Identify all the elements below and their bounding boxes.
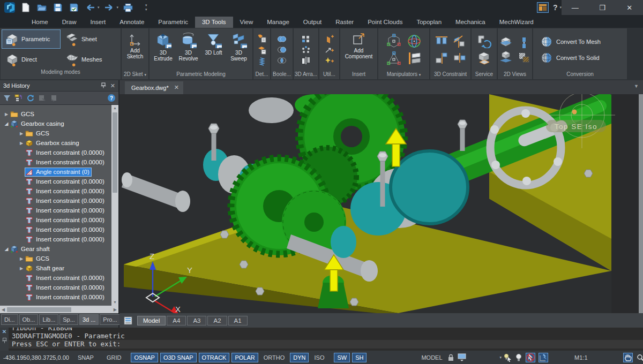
toggle-grid[interactable]: GRID <box>103 353 125 362</box>
toggle-iso[interactable]: ISO <box>311 353 327 362</box>
spring-icon[interactable] <box>257 57 267 66</box>
toggle-o3dsnap[interactable]: O3D SNAP <box>160 353 197 362</box>
tab-home[interactable]: Home <box>25 17 55 28</box>
section-view-icon[interactable] <box>499 36 513 49</box>
tab-raster[interactable]: Raster <box>328 17 361 28</box>
filter-icon[interactable] <box>3 95 11 102</box>
tab-point-clouds[interactable]: Point Clouds <box>361 17 409 28</box>
command-history[interactable]: ribbon - RIBBON 3DDRAFTINGMODE0 - Parame… <box>9 328 643 351</box>
toolbar-overflow-icon[interactable]: ▾▾ <box>145 3 147 12</box>
annotation-scale[interactable]: M1:1 <box>574 354 587 361</box>
move-gizmo-icon[interactable] <box>386 34 401 49</box>
redo-icon[interactable] <box>103 2 116 13</box>
toggle-otrack[interactable]: OTRACK <box>199 353 230 362</box>
save-icon[interactable] <box>51 2 64 13</box>
meshes-mode-button[interactable]: Meshes <box>62 50 117 69</box>
close-button[interactable]: ✕ <box>616 0 643 15</box>
union-icon[interactable] <box>276 35 287 43</box>
collapse-icon[interactable]: ◢ <box>3 121 10 126</box>
workspace-icon[interactable] <box>537 2 549 13</box>
tab-3d-tools[interactable]: 3D Tools <box>195 17 233 28</box>
dock-tab-dimensions[interactable]: Di... <box>1 314 18 325</box>
dock-tab-3d-history[interactable]: 3d ... <box>79 314 99 325</box>
maximize-button[interactable]: ❒ <box>589 0 616 15</box>
dock-tab-objects[interactable]: Ob... <box>19 314 39 325</box>
convert-to-solid-button[interactable]: Convert To Solid <box>537 51 603 65</box>
toggle-osnap[interactable]: OSNAP <box>131 353 158 362</box>
scrollbar-thumb[interactable] <box>7 307 71 312</box>
tree-item[interactable]: Insert constraint (0.0000) <box>0 225 111 234</box>
mirror-3d-icon[interactable] <box>301 56 311 65</box>
lock-icon[interactable] <box>447 353 454 362</box>
light-icon[interactable] <box>515 353 522 362</box>
layout-tab-a1[interactable]: A1 <box>228 316 248 325</box>
rotate-gizmo-icon[interactable] <box>407 34 422 49</box>
tree-item[interactable]: Insert constraint (0.0000) <box>0 283 111 292</box>
insert-constraint-icon[interactable] <box>435 35 448 49</box>
tree-item[interactable]: Insert constraint (0.0000) <box>0 177 111 186</box>
tab-manage[interactable]: Manage <box>260 17 296 28</box>
tree-item[interactable]: ◢Gear shaft <box>0 244 111 254</box>
space-indicator[interactable]: MODEL <box>421 354 442 361</box>
dock-tab-library[interactable]: Lib... <box>39 314 58 325</box>
new-file-icon[interactable] <box>19 2 32 13</box>
tree-item[interactable]: ▶GCS <box>0 254 111 263</box>
tree-item-selected[interactable]: Angle constraint (0) <box>0 167 111 177</box>
expand-icon[interactable]: ▶ <box>18 141 25 146</box>
add-plane-icon[interactable] <box>325 35 334 43</box>
tab-mechanica[interactable]: Mechanica <box>448 17 492 28</box>
close-tab-icon[interactable]: ✕ <box>174 84 179 91</box>
tree-item[interactable]: Insert constraint (0.0000) <box>0 206 111 215</box>
layout-tab-a2[interactable]: A2 <box>207 316 227 325</box>
tree-item[interactable]: ◢Gearbox casing <box>0 119 111 128</box>
display-icon[interactable] <box>458 353 466 362</box>
sweep-3d-button[interactable]: 3D Sweep <box>227 29 251 71</box>
cursor-coordinates[interactable]: -436.1950,380.3725,0.00 <box>0 354 73 361</box>
tree-item[interactable]: ▶GCS <box>0 128 111 138</box>
dropdown-icon[interactable]: ▾ <box>500 355 502 360</box>
scrollbar-thumb[interactable] <box>113 112 117 193</box>
add-sketch-button[interactable]: Add Sketch <box>123 29 147 71</box>
tree-item[interactable]: Insert constraint (0.0000) <box>0 157 111 167</box>
expand-icon[interactable]: ▶ <box>18 131 25 136</box>
tree-item[interactable]: Insert constraint (0.0000) <box>0 186 111 196</box>
pan-icon[interactable] <box>623 353 633 362</box>
expand-icon[interactable]: ▶ <box>18 266 25 271</box>
close-icon[interactable]: ✕ <box>2 329 6 335</box>
pin-icon[interactable] <box>2 338 7 343</box>
view-by-plane-icon[interactable] <box>499 51 513 64</box>
loft-3d-button[interactable]: 3D Loft <box>201 29 226 71</box>
tree-item[interactable]: Insert constraint (0.0000) <box>0 148 111 157</box>
open-icon[interactable] <box>35 2 48 13</box>
layout-tab-a3[interactable]: A3 <box>187 316 206 325</box>
redo-dropdown-icon[interactable]: ▾ <box>117 5 119 10</box>
rollforward-icon[interactable] <box>50 94 58 102</box>
viewport-scrollbar[interactable] <box>639 94 643 313</box>
dock-tab-properties[interactable]: Pro... <box>100 314 120 325</box>
tree-item[interactable]: ▶GCS <box>0 109 111 119</box>
projection-view-icon[interactable] <box>517 36 531 49</box>
refresh-icon[interactable] <box>26 94 34 102</box>
toggle-polar[interactable]: POLAR <box>231 353 258 362</box>
toggle-snap[interactable]: SNAP <box>74 353 97 362</box>
dependencies-icon[interactable] <box>14 94 23 102</box>
tab-output[interactable]: Output <box>296 17 329 28</box>
app-logo[interactable] <box>3 2 16 13</box>
rect-array-icon[interactable] <box>301 35 311 43</box>
tree-item[interactable]: Insert constraint (0.0000) <box>0 292 111 302</box>
save-as-icon[interactable] <box>68 2 80 13</box>
tree-item[interactable]: ▶Shaft gear <box>0 263 111 273</box>
minimize-button[interactable]: — <box>562 0 589 15</box>
revolve-3d-button[interactable]: 3D Revolve <box>176 29 201 71</box>
intersect-icon[interactable] <box>276 56 287 65</box>
undo-dropdown-icon[interactable]: ▾ <box>98 5 100 10</box>
hatch-section-icon[interactable] <box>517 51 531 64</box>
expand-icon[interactable]: ▶ <box>18 256 25 261</box>
toggle-dyn[interactable]: DYN <box>290 353 309 362</box>
add-component-button[interactable]: Add Component <box>341 29 377 71</box>
tree-item[interactable]: ▶Gearbox casing <box>0 138 111 148</box>
tree-item[interactable]: Insert constraint (0.0000) <box>0 215 111 225</box>
layout-tab-a4[interactable]: A4 <box>167 316 186 325</box>
cursor-off-icon[interactable] <box>526 353 535 362</box>
tab-topoplan[interactable]: Topoplan <box>409 17 448 28</box>
